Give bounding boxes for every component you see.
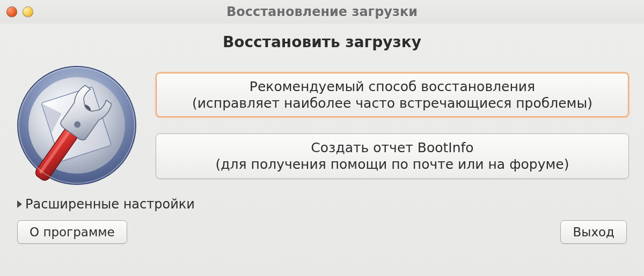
exit-button[interactable]: Выход bbox=[560, 220, 627, 244]
advanced-settings-expander[interactable]: Расширенные настройки bbox=[15, 197, 629, 212]
bootinfo-title: Создать отчет BootInfo bbox=[167, 139, 618, 156]
close-icon[interactable] bbox=[6, 6, 17, 17]
page-heading: Восстановить загрузку bbox=[15, 33, 629, 51]
recommended-subtitle: (исправляет наиболее часто встречающиеся… bbox=[167, 95, 618, 111]
about-button[interactable]: О программе bbox=[17, 220, 127, 244]
bootinfo-report-button[interactable]: Создать отчет BootInfo (для получения по… bbox=[156, 133, 629, 179]
window: Восстановление загрузки Восстановить заг… bbox=[0, 0, 644, 276]
options-group: Рекомендуемый способ восстановления (исп… bbox=[156, 72, 629, 179]
boot-repair-icon bbox=[15, 64, 138, 187]
window-controls bbox=[6, 6, 33, 17]
titlebar: Восстановление загрузки bbox=[0, 0, 644, 24]
main-row: Рекомендуемый способ восстановления (исп… bbox=[15, 64, 629, 187]
content-area: Восстановить загрузку bbox=[0, 24, 644, 276]
expander-label: Расширенные настройки bbox=[25, 197, 195, 212]
window-title: Восстановление загрузки bbox=[226, 4, 418, 19]
minimize-icon[interactable] bbox=[23, 6, 33, 17]
recommended-repair-button[interactable]: Рекомендуемый способ восстановления (исп… bbox=[156, 72, 629, 118]
footer: О программе Выход bbox=[15, 220, 629, 244]
chevron-right-icon bbox=[17, 200, 22, 208]
recommended-title: Рекомендуемый способ восстановления bbox=[167, 78, 618, 95]
bootinfo-subtitle: (для получения помощи по почте или на фо… bbox=[167, 156, 618, 173]
